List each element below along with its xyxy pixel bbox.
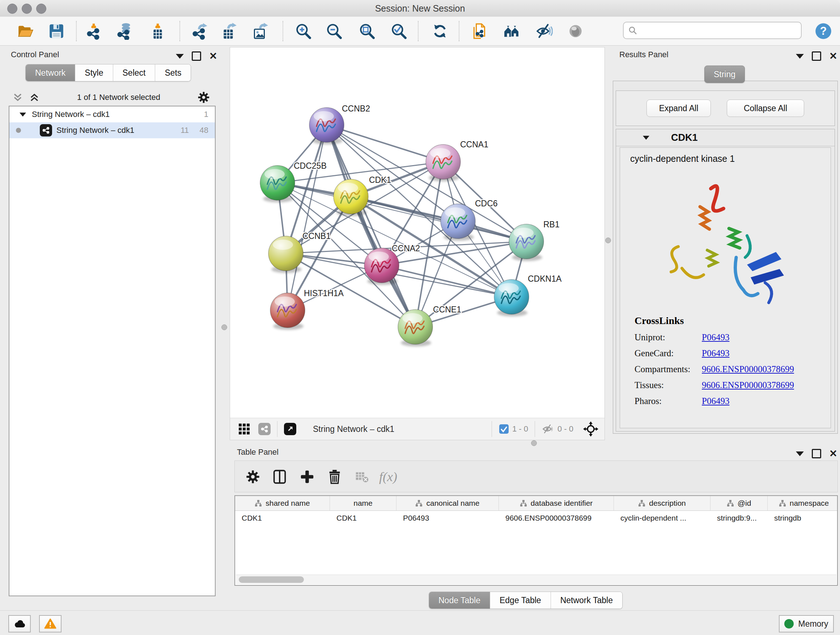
- birdseye-navigator-icon[interactable]: [583, 421, 599, 437]
- panel-menu-caret-icon[interactable]: [796, 54, 804, 59]
- tab-sets[interactable]: Sets: [155, 65, 191, 81]
- graph-node-CCNB1[interactable]: [268, 236, 303, 271]
- cloud-status-button[interactable]: [8, 615, 31, 632]
- network-options-gear-icon[interactable]: [197, 90, 210, 104]
- tab-edge-table[interactable]: Edge Table: [490, 592, 551, 608]
- right-splitter-handle[interactable]: [605, 238, 611, 243]
- memory-button[interactable]: Memory: [779, 615, 834, 632]
- zoom-selected-button[interactable]: [389, 22, 408, 41]
- float-panel-icon[interactable]: [812, 51, 821, 61]
- hide-selected-button[interactable]: [535, 22, 554, 41]
- graph-node-RB1[interactable]: [509, 224, 544, 259]
- horizontal-scrollbar[interactable]: [236, 575, 836, 584]
- graph-node-CCNA1[interactable]: [426, 144, 461, 179]
- cell-id: stringdb:9...: [711, 514, 767, 523]
- collapse-all-icon[interactable]: [11, 92, 24, 103]
- tab-network-table[interactable]: Network Table: [551, 592, 622, 608]
- apply-layout-button[interactable]: [431, 22, 449, 41]
- tissues-link[interactable]: 9606.ENSP00000378699: [702, 380, 794, 390]
- table-header-row: shared name name canonical name database…: [235, 496, 837, 511]
- graph-node-CDKN1A[interactable]: [494, 279, 529, 314]
- graph-node-CCNA2[interactable]: [364, 248, 399, 283]
- delete-table-icon: [354, 469, 370, 485]
- export-image-button[interactable]: [250, 22, 269, 41]
- tab-string[interactable]: String: [704, 65, 745, 83]
- float-panel-icon[interactable]: [812, 449, 821, 458]
- left-splitter-handle[interactable]: [221, 325, 227, 330]
- panel-menu-caret-icon[interactable]: [176, 54, 184, 59]
- gene-section-header[interactable]: CDK1: [616, 129, 835, 146]
- import-network-database-button[interactable]: [115, 22, 134, 41]
- table-row[interactable]: CDK1 CDK1 P06493 9606.ENSP00000378699 cy…: [235, 511, 837, 525]
- column-header-canonical-name[interactable]: canonical name: [396, 496, 499, 510]
- float-panel-icon[interactable]: [192, 51, 201, 61]
- external-link-icon[interactable]: [284, 423, 296, 435]
- graph-node-CCNE1[interactable]: [398, 310, 433, 344]
- search-input[interactable]: [638, 25, 801, 35]
- import-table-button[interactable]: [148, 22, 167, 41]
- export-network-button[interactable]: [190, 22, 209, 41]
- close-panel-icon[interactable]: ✕: [209, 52, 218, 60]
- tab-style[interactable]: Style: [75, 65, 113, 81]
- share-view-icon[interactable]: [258, 423, 271, 435]
- delete-column-button[interactable]: [325, 467, 344, 486]
- graph-node-HIST1H1A[interactable]: [270, 293, 305, 328]
- graph-node-CCNB2[interactable]: [309, 108, 344, 142]
- import-network-file-button[interactable]: [84, 22, 103, 41]
- search-field[interactable]: [623, 22, 802, 39]
- network-collection-row[interactable]: String Network – cdk1 1: [9, 106, 215, 122]
- panel-menu-caret-icon[interactable]: [796, 451, 804, 456]
- network-from-selection-button[interactable]: [470, 22, 489, 41]
- scrollbar-thumb[interactable]: [239, 576, 304, 583]
- thumbnail-grid-icon[interactable]: [238, 423, 250, 435]
- section-caret-icon[interactable]: [642, 134, 650, 141]
- column-header-description[interactable]: description: [614, 496, 711, 510]
- compartments-link[interactable]: 9606.ENSP00000378699: [702, 364, 794, 374]
- pharos-link[interactable]: P06493: [702, 396, 729, 406]
- hidden-eye-icon[interactable]: [542, 424, 554, 434]
- zoom-in-button[interactable]: [294, 22, 313, 41]
- network-node-count: 11: [180, 126, 189, 135]
- graph-node-CDK1[interactable]: [333, 179, 368, 214]
- network-row-selected[interactable]: String Network – cdk1 11 48: [9, 122, 215, 138]
- expand-all-icon[interactable]: [28, 92, 41, 103]
- zoom-out-button[interactable]: [325, 22, 343, 41]
- houses-button[interactable]: [502, 22, 521, 41]
- expand-all-button[interactable]: Expand All: [646, 100, 711, 117]
- close-panel-icon[interactable]: ✕: [829, 52, 837, 60]
- network-tree: String Network – cdk1 1 String Network –…: [9, 106, 216, 596]
- uniprot-link[interactable]: P06493: [702, 333, 729, 342]
- warnings-button[interactable]: [39, 615, 62, 632]
- tab-node-table[interactable]: Node Table: [429, 592, 490, 608]
- graph-node-CDC6[interactable]: [441, 204, 475, 239]
- toolbar-separator: [180, 21, 180, 41]
- bottom-splitter-handle[interactable]: [531, 440, 537, 446]
- save-session-button[interactable]: [47, 22, 66, 41]
- collapse-all-button[interactable]: Collapse All: [727, 100, 804, 117]
- close-panel-icon[interactable]: ✕: [829, 450, 837, 457]
- zoom-fit-button[interactable]: [357, 22, 376, 41]
- selected-checkbox-icon[interactable]: [499, 424, 509, 434]
- column-header-id[interactable]: @id: [711, 496, 767, 510]
- export-table-button[interactable]: [219, 22, 238, 41]
- network-view-panel[interactable]: CCNB2CCNA1CDC25BCDK1CDC6RB1CCNB1CCNA2CDK…: [230, 47, 605, 440]
- function-builder-button[interactable]: f(x): [379, 467, 398, 486]
- open-session-button[interactable]: [16, 22, 35, 41]
- help-button[interactable]: ?: [814, 22, 833, 41]
- expand-caret-icon[interactable]: [19, 111, 27, 118]
- genecard-link[interactable]: P06493: [702, 348, 729, 358]
- delete-table-button[interactable]: [353, 467, 371, 486]
- show-hidden-button[interactable]: [566, 22, 585, 41]
- graph-node-CDC25B[interactable]: [260, 165, 295, 200]
- tab-network[interactable]: Network: [26, 65, 75, 81]
- network-graph-canvas[interactable]: CCNB2CCNA1CDC25BCDK1CDC6RB1CCNB1CCNA2CDK…: [230, 48, 605, 418]
- column-header-shared-name[interactable]: shared name: [235, 496, 330, 510]
- column-header-name[interactable]: name: [330, 496, 396, 510]
- create-column-button[interactable]: [298, 467, 317, 486]
- tab-select[interactable]: Select: [113, 65, 156, 81]
- table-settings-button[interactable]: [243, 467, 262, 486]
- show-columns-button[interactable]: [270, 467, 289, 486]
- list-column-icon: [779, 500, 786, 507]
- column-header-namespace[interactable]: namespace: [767, 496, 838, 510]
- column-header-database-identifier[interactable]: database identifier: [499, 496, 614, 510]
